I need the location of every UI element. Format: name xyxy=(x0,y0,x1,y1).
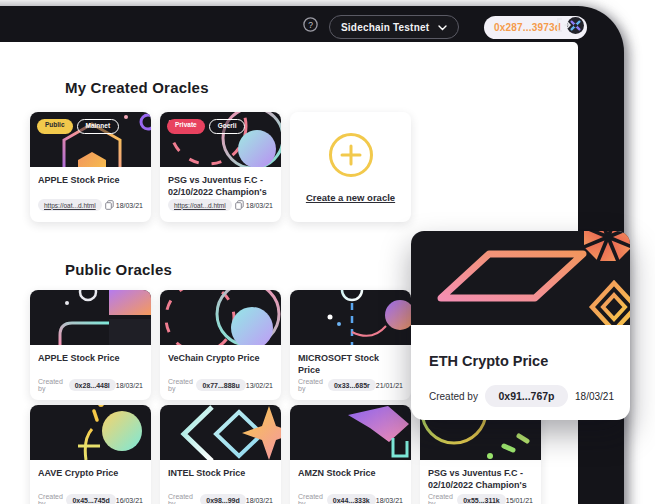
chevron-down-icon xyxy=(438,22,447,33)
creator-address-pill: 0x33...685r xyxy=(328,379,376,391)
card-artwork xyxy=(30,290,151,345)
oracle-card-apple-created[interactable]: Public Mainnet APPLE Stock Price https:/… xyxy=(30,112,151,222)
oracle-card-vechain[interactable]: VeChain Crypto Price Created by 0x77...8… xyxy=(160,290,281,400)
card-artwork xyxy=(290,405,411,460)
card-artwork xyxy=(160,290,281,345)
created-by-label: Created by xyxy=(168,378,196,392)
network-badge: Mainnet xyxy=(77,119,120,134)
create-oracle-card[interactable]: Create a new oracle xyxy=(290,112,411,222)
creator-address-pill: 0x98...99d xyxy=(200,494,245,504)
featured-oracle-card-eth[interactable]: ETH Crypto Price Created by 0x91...767p … xyxy=(411,231,630,420)
oracle-date: 16/03/21 xyxy=(116,497,143,504)
creator-address-pill: 0x45...745d xyxy=(66,494,115,504)
oracle-title: APPLE Stock Price xyxy=(38,174,143,186)
copy-icon[interactable] xyxy=(235,196,244,214)
created-by-label: Created by xyxy=(428,493,457,504)
wallet-address: 0x287...3973d xyxy=(494,22,561,33)
help-icon: ? xyxy=(303,17,318,36)
visibility-badge: Public xyxy=(37,119,73,134)
card-artwork xyxy=(290,290,411,345)
card-artwork xyxy=(411,231,630,325)
oracle-title: ETH Crypto Price xyxy=(411,325,630,369)
oracle-date: 18/03/21 xyxy=(116,202,143,209)
network-badge: Goerli xyxy=(209,119,246,134)
created-by-label: Created by xyxy=(298,378,328,392)
card-artwork xyxy=(30,405,151,460)
oracle-title: PSG vs Juventus F.C - 02/10/2022 Champio… xyxy=(428,467,533,492)
oracle-link-pill[interactable]: https://oat...d.html xyxy=(38,199,102,211)
create-oracle-label[interactable]: Create a new oracle xyxy=(306,192,395,203)
logout-button[interactable] xyxy=(556,18,571,36)
logout-icon xyxy=(556,18,571,36)
network-select-label: Sidechain Testnet xyxy=(341,22,429,33)
oracle-card-psg-created[interactable]: Private Goerli PSG vs Juventus F.C - 02/… xyxy=(160,112,281,222)
oracle-date: 18/03/21 xyxy=(116,382,143,389)
plus-circle-icon xyxy=(328,132,374,182)
oracle-card-apple-public[interactable]: APPLE Stock Price Created by 0x28...448l… xyxy=(30,290,151,400)
oracle-date: 18/03/21 xyxy=(246,202,273,209)
card-artwork: Private Goerli xyxy=(160,112,281,167)
oracle-title: MICROSOFT Stock Price xyxy=(298,352,403,376)
oracle-title: AMZN Stock Price xyxy=(298,467,403,479)
section-title-my-created-oracles: My Created Oracles xyxy=(65,79,209,96)
oracle-date: 18/03/21 xyxy=(575,391,614,402)
section-title-public-oracles: Public Oracles xyxy=(65,261,172,278)
oracle-date: 15/01/21 xyxy=(506,497,533,504)
created-by-label: Created by xyxy=(38,493,66,504)
oracle-title: APPLE Stock Price xyxy=(38,352,143,364)
copy-icon[interactable] xyxy=(105,196,114,214)
oracle-date: 18/03/21 xyxy=(246,497,273,504)
oracle-date: 13/02/21 xyxy=(246,382,273,389)
created-by-label: Created by xyxy=(429,391,478,402)
card-artwork xyxy=(160,405,281,460)
created-by-label: Created by xyxy=(168,493,200,504)
oracle-card-intel[interactable]: INTEL Stock Price Created by 0x98...99d … xyxy=(160,405,281,504)
visibility-badge: Private xyxy=(167,119,205,134)
creator-address-pill: 0x28...448l xyxy=(69,379,116,391)
svg-text:?: ? xyxy=(308,20,313,30)
card-artwork: Public Mainnet xyxy=(30,112,151,167)
creator-address-pill: 0x55...311k xyxy=(457,494,506,504)
oracle-title: AAVE Crypto Price xyxy=(38,467,143,479)
oracle-card-amzn[interactable]: AMZN Stock Price Created by 0x44...333k … xyxy=(290,405,411,504)
oracle-date: 18/03/21 xyxy=(376,497,403,504)
created-by-label: Created by xyxy=(38,378,69,392)
oracle-card-aave[interactable]: AAVE Crypto Price Created by 0x45...745d… xyxy=(30,405,151,504)
oracle-date: 21/01/21 xyxy=(376,382,403,389)
oracle-card-microsoft[interactable]: MICROSOFT Stock Price Created by 0x33...… xyxy=(290,290,411,400)
network-select[interactable]: Sidechain Testnet xyxy=(329,15,459,39)
wallet-chip[interactable]: 0x287...3973d xyxy=(484,16,587,39)
oracle-title: INTEL Stock Price xyxy=(168,467,273,479)
creator-address-pill: 0x77...888u xyxy=(196,379,245,391)
creator-address-pill: 0x44...333k xyxy=(327,494,376,504)
help-button[interactable]: ? xyxy=(303,17,318,36)
creator-address-pill: 0x91...767p xyxy=(485,385,567,407)
oracle-link-pill[interactable]: https://oat...d.html xyxy=(168,199,232,211)
oracle-title: VeChain Crypto Price xyxy=(168,352,273,364)
created-by-label: Created by xyxy=(298,493,327,504)
